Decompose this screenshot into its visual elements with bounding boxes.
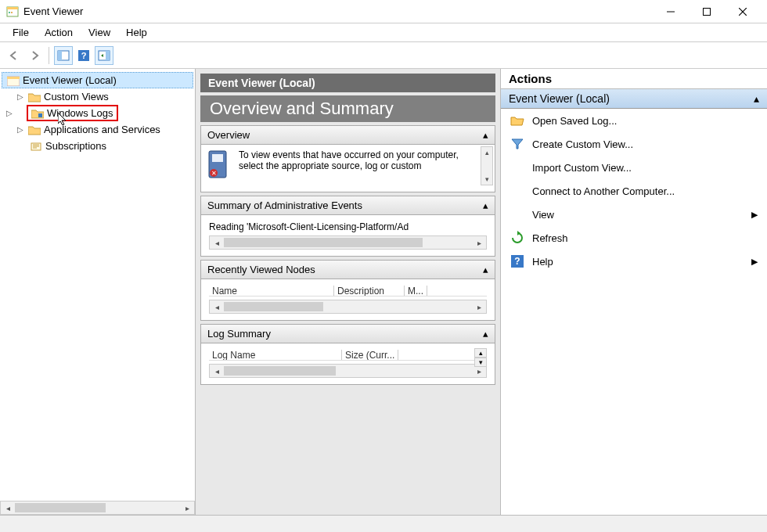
svg-rect-1 <box>7 7 18 9</box>
overview-section: Overview ▴ ✕ To view events that have oc… <box>200 125 495 192</box>
column-header[interactable]: M... <box>405 286 427 296</box>
minimize-button[interactable] <box>653 0 689 23</box>
tree-content: Event Viewer (Local) ▷ Custom Views ▷ Wi… <box>0 69 195 498</box>
scroll-up-icon[interactable]: ▴ <box>481 147 492 158</box>
tree-item-windows-logs[interactable]: Windows Logs <box>27 105 118 121</box>
action-connect-another-computer[interactable]: Connect to Another Computer... <box>501 179 767 203</box>
tree-horizontal-scrollbar[interactable]: ◂ ▸ <box>0 501 195 515</box>
column-header[interactable]: Log Name <box>209 350 342 360</box>
collapse-icon[interactable]: ▴ <box>483 328 488 340</box>
app-title: Event Viewer <box>23 5 653 17</box>
show-hide-tree-button[interactable] <box>54 46 73 65</box>
folder-icon <box>31 108 44 119</box>
collapse-icon[interactable]: ▴ <box>483 200 488 211</box>
tree-root-label: Event Viewer (Local) <box>23 74 117 86</box>
svg-text:✕: ✕ <box>211 170 217 177</box>
book-icon: ✕ <box>206 149 231 181</box>
overview-section-header[interactable]: Overview ▴ <box>201 126 495 145</box>
tree-item-label: Windows Logs <box>47 107 113 119</box>
preview-pane-button[interactable] <box>95 46 113 65</box>
scroll-down-icon[interactable]: ▾ <box>481 174 492 185</box>
tree-root[interactable]: Event Viewer (Local) <box>2 72 193 88</box>
action-help[interactable]: ? Help ▶ <box>501 250 767 273</box>
tree-panel: Event Viewer (Local) ▷ Custom Views ▷ Wi… <box>0 69 196 515</box>
help-icon: ? <box>510 254 524 268</box>
folder-icon <box>28 124 41 135</box>
action-label: Import Custom View... <box>532 162 632 174</box>
action-refresh[interactable]: Refresh <box>501 226 767 250</box>
back-button[interactable] <box>5 46 23 65</box>
cursor-icon <box>58 113 69 127</box>
blank-icon <box>510 207 524 221</box>
overview-section-body: ✕ To view events that have occurred on y… <box>201 145 495 192</box>
tree-item-custom-views[interactable]: ▷ Custom Views <box>2 88 193 105</box>
horizontal-scrollbar[interactable]: ◂ ▸ <box>209 235 487 250</box>
collapse-icon[interactable]: ▴ <box>483 129 488 141</box>
statusbar <box>0 515 767 532</box>
submenu-arrow-icon: ▶ <box>751 210 758 220</box>
column-header[interactable]: Description <box>334 286 405 296</box>
expand-icon[interactable]: ▷ <box>17 92 25 101</box>
blank-icon <box>510 160 524 174</box>
folder-open-icon <box>510 113 524 128</box>
scroll-right-icon[interactable]: ▸ <box>180 501 194 514</box>
titlebar: Event Viewer <box>0 0 767 23</box>
tree-item-applications-services[interactable]: ▷ Applications and Services <box>2 121 193 138</box>
vertical-scrollbar[interactable]: ▴ ▾ <box>474 348 487 367</box>
app-icon <box>6 5 19 18</box>
section-title: Summary of Administrative Events <box>207 200 362 211</box>
menu-action[interactable]: Action <box>37 25 81 40</box>
action-label: Connect to Another Computer... <box>532 185 675 197</box>
action-import-custom-view[interactable]: Import Custom View... <box>501 156 767 179</box>
menu-help[interactable]: Help <box>118 25 155 40</box>
admin-summary-header[interactable]: Summary of Administrative Events ▴ <box>201 196 495 215</box>
scroll-left-icon[interactable]: ◂ <box>210 300 224 313</box>
recent-nodes-header[interactable]: Recently Viewed Nodes ▴ <box>201 261 495 279</box>
scroll-left-icon[interactable]: ◂ <box>210 365 224 377</box>
scroll-right-icon[interactable]: ▸ <box>472 300 486 313</box>
collapse-icon[interactable]: ▴ <box>483 264 488 275</box>
svg-rect-9 <box>58 51 62 60</box>
action-label: Help <box>532 256 553 268</box>
help-button[interactable]: ? <box>74 46 93 65</box>
expand-icon[interactable]: ▷ <box>17 125 25 134</box>
action-label: View <box>532 209 554 221</box>
scroll-left-icon[interactable]: ◂ <box>210 236 224 249</box>
action-view[interactable]: View ▶ <box>501 203 767 226</box>
action-create-custom-view[interactable]: Create Custom View... <box>501 132 767 156</box>
submenu-arrow-icon: ▶ <box>751 257 758 267</box>
event-viewer-icon <box>7 75 20 86</box>
action-label: Refresh <box>532 232 568 244</box>
menu-view[interactable]: View <box>81 25 118 40</box>
svg-rect-5 <box>704 8 711 15</box>
collapse-icon[interactable]: ▴ <box>754 92 759 105</box>
expand-icon[interactable]: ▷ <box>6 109 14 117</box>
close-button[interactable] <box>725 0 761 23</box>
refresh-icon <box>510 231 524 245</box>
recent-nodes-section: Recently Viewed Nodes ▴ Name Description… <box>200 260 495 321</box>
svg-point-2 <box>9 12 10 13</box>
menu-file[interactable]: File <box>5 25 37 40</box>
filter-icon <box>510 137 524 151</box>
actions-subtitle[interactable]: Event Viewer (Local) ▴ <box>501 89 767 109</box>
section-title: Log Summary <box>207 328 271 340</box>
toolbar: ? <box>0 42 767 69</box>
tree-item-subscriptions[interactable]: Subscriptions <box>2 138 193 154</box>
middle-panel: Event Viewer (Local) Overview and Summar… <box>196 69 501 515</box>
maximize-button[interactable] <box>689 0 725 23</box>
scroll-thumb[interactable] <box>15 503 106 512</box>
vertical-scrollbar[interactable]: ▴ ▾ <box>481 146 493 185</box>
overview-text: To view events that have occurred on you… <box>239 149 490 187</box>
horizontal-scrollbar[interactable]: ◂ ▸ <box>209 300 487 314</box>
tree-item-label: Subscriptions <box>45 140 106 152</box>
forward-button[interactable] <box>25 46 44 65</box>
horizontal-scrollbar[interactable]: ◂ ▸ <box>209 364 487 378</box>
log-summary-header[interactable]: Log Summary ▴ <box>201 325 495 343</box>
scroll-left-icon[interactable]: ◂ <box>1 501 15 514</box>
scroll-right-icon[interactable]: ▸ <box>472 236 486 249</box>
scroll-track[interactable] <box>15 501 180 514</box>
column-header[interactable]: Name <box>209 286 334 296</box>
menubar: File Action View Help <box>0 23 767 42</box>
column-header[interactable]: Size (Curr... <box>342 350 398 360</box>
action-open-saved-log[interactable]: Open Saved Log... <box>501 109 767 132</box>
